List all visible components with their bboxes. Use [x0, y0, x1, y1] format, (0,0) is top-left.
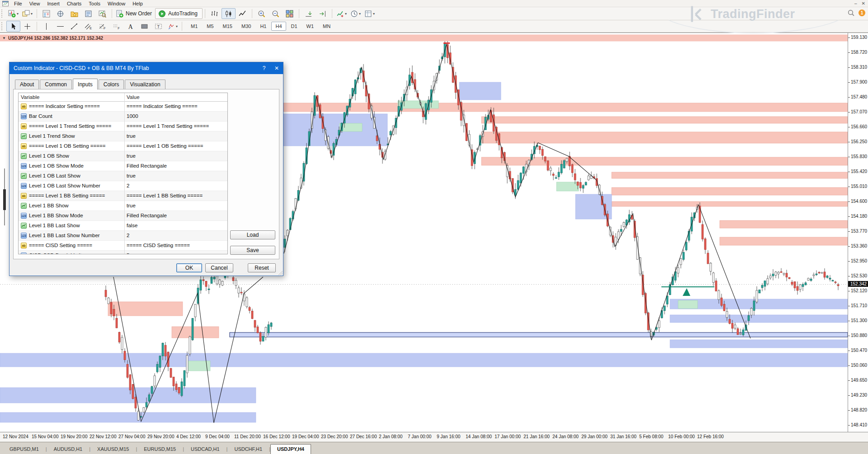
param-row[interactable]: ab===== Level 1 OB Setting ========== Le…: [19, 141, 227, 151]
load-button[interactable]: Load: [230, 230, 275, 239]
dialog-titlebar[interactable]: Custom Indicator - CISD-CSD + OB & BB MT…: [9, 62, 283, 74]
cursor-button[interactable]: [6, 21, 20, 32]
market-watch-button[interactable]: [39, 8, 53, 19]
dialog-tab-visualization[interactable]: Visualization: [125, 80, 165, 89]
save-button[interactable]: Save: [230, 246, 275, 255]
new-order-button[interactable]: New Order: [114, 8, 155, 19]
dropdown-caret-icon[interactable]: ▾: [373, 12, 375, 16]
param-row[interactable]: 123Level 1 BB Show ModeFilled Rectangale: [19, 211, 227, 221]
chart-shift-button[interactable]: [316, 8, 330, 19]
chart-menu-caret-icon[interactable]: ▼: [2, 36, 6, 40]
dialog-close-button[interactable]: ✕: [270, 62, 283, 74]
param-value-cell[interactable]: ===== Indicator Setting =====: [124, 102, 227, 111]
param-value-cell[interactable]: 2: [124, 181, 227, 191]
param-row[interactable]: 123Level 1 OB Show ModeFilled Rectangale: [19, 161, 227, 171]
dropdown-caret-icon[interactable]: ▾: [345, 12, 347, 16]
param-row[interactable]: 123Level 1 BB Last Show Number2: [19, 231, 227, 241]
param-row[interactable]: Level 1 BB Showtrue: [19, 201, 227, 211]
close-button[interactable]: ✕: [862, 1, 865, 6]
menu-charts[interactable]: Charts: [63, 0, 85, 7]
param-row[interactable]: Level 1 OB Showtrue: [19, 151, 227, 161]
autotrading-button[interactable]: AutoTrading: [155, 8, 203, 19]
symbol-tab-usdcad-h1[interactable]: USDCAD,H1: [184, 444, 226, 454]
symbol-tab-usdjpy-h4[interactable]: USDJPY,H4: [270, 444, 311, 454]
timeframe-d1[interactable]: D1: [287, 22, 302, 31]
profiles-button[interactable]: ▾: [20, 8, 34, 19]
dropdown-caret-icon[interactable]: ▾: [31, 12, 33, 16]
param-value-cell[interactable]: ===== Level 1 OB Setting =====: [124, 141, 227, 151]
menu-view[interactable]: View: [26, 0, 44, 7]
zoom-in-button[interactable]: [255, 8, 269, 19]
strategy-tester-button[interactable]: [95, 8, 109, 19]
symbol-tab-eurusd-m15[interactable]: EURUSD,M15: [137, 444, 183, 454]
dialog-resize-grip[interactable]: [277, 269, 283, 275]
param-value-cell[interactable]: true: [124, 131, 227, 141]
param-value-cell[interactable]: 2: [124, 231, 227, 240]
text-button[interactable]: A: [123, 21, 137, 32]
time-axis[interactable]: 12 Nov 202415 Nov 04:0019 Nov 20:0022 No…: [0, 432, 868, 442]
notification-badge[interactable]: 1: [859, 9, 865, 16]
timeframe-m1[interactable]: M1: [187, 22, 202, 31]
param-row[interactable]: Level 1 Trend Showtrue: [19, 131, 227, 141]
param-row[interactable]: ab===== CISD Setting ========== CISD Set…: [19, 241, 227, 251]
symbol-tab-xauusd-m15[interactable]: XAUUSD,M15: [90, 444, 136, 454]
param-value-cell[interactable]: true: [124, 201, 227, 211]
param-value-cell[interactable]: ===== CISD Setting =====: [124, 241, 227, 250]
param-value-cell[interactable]: Filled Rectangale: [124, 161, 227, 171]
templates-button[interactable]: ▾: [363, 8, 377, 19]
dropdown-caret-icon[interactable]: ▾: [359, 12, 361, 16]
search-icon[interactable]: [847, 9, 855, 17]
indicators-button[interactable]: ▾: [335, 8, 349, 19]
param-value-cell[interactable]: 5: [124, 251, 227, 254]
param-row[interactable]: Level 1 OB Last Showtrue: [19, 171, 227, 181]
tile-windows-button[interactable]: [283, 8, 297, 19]
cancel-button[interactable]: Cancel: [205, 263, 233, 272]
fibo-channel-button[interactable]: F: [109, 21, 123, 32]
reset-button[interactable]: Reset: [248, 263, 276, 272]
param-value-cell[interactable]: 1000: [124, 112, 227, 121]
ok-button[interactable]: OK: [176, 263, 202, 272]
param-value-cell[interactable]: ===== Level 1 BB Setting =====: [124, 191, 227, 201]
menu-window[interactable]: Window: [104, 0, 129, 7]
dialog-help-button[interactable]: ?: [258, 62, 270, 74]
param-value-cell[interactable]: true: [124, 151, 227, 161]
param-row[interactable]: ab===== Indicator Setting ========== Ind…: [19, 102, 227, 112]
minimize-button[interactable]: –: [854, 1, 857, 6]
equidistant-channel-button[interactable]: E: [81, 21, 95, 32]
param-row[interactable]: Level 1 BB Last Showfalse: [19, 221, 227, 231]
dialog-tab-about[interactable]: About: [15, 80, 39, 89]
new-chart-button[interactable]: ▾: [6, 8, 20, 19]
text-label-button[interactable]: T: [151, 21, 165, 32]
auto-scroll-button[interactable]: [302, 8, 316, 19]
param-value-cell[interactable]: true: [124, 171, 227, 181]
chart-line-button[interactable]: [236, 8, 250, 19]
vertical-line-button[interactable]: [39, 21, 53, 32]
horizontal-line-button[interactable]: [53, 21, 67, 32]
zoom-out-button[interactable]: [269, 8, 283, 19]
navigator-button[interactable]: [67, 8, 81, 19]
param-row[interactable]: 123CISD-CSD Break Limit5: [19, 251, 227, 254]
crosshair-button[interactable]: [20, 21, 34, 32]
menu-tools[interactable]: Tools: [85, 0, 104, 7]
symbol-tab-usdchf-h1[interactable]: USDCHF,H1: [227, 444, 269, 454]
dropdown-caret-icon[interactable]: ▾: [17, 12, 19, 16]
timeframe-m5[interactable]: M5: [203, 22, 217, 31]
dialog-tab-common[interactable]: Common: [40, 80, 72, 89]
periods-button[interactable]: ▾: [349, 8, 363, 19]
timeframe-w1[interactable]: W1: [302, 22, 318, 31]
symbol-tab-gbpusd-m1[interactable]: GBPUSD,M1: [3, 444, 46, 454]
fibonacci-button[interactable]: F: [95, 21, 109, 32]
param-row[interactable]: 123Bar Count1000: [19, 112, 227, 122]
price-axis[interactable]: 159.130158.720158.310157.900157.480157.0…: [848, 33, 868, 432]
dropdown-caret-icon[interactable]: ▾: [176, 24, 178, 28]
param-row[interactable]: 123Level 1 OB Last Show Number2: [19, 181, 227, 191]
rectangle-button[interactable]: [137, 21, 151, 32]
timeframe-h1[interactable]: H1: [256, 22, 270, 31]
terminal-button[interactable]: [81, 8, 95, 19]
menu-help[interactable]: Help: [129, 0, 146, 7]
param-row[interactable]: ab===== Level 1 Trend Setting ==========…: [19, 122, 227, 131]
param-value-cell[interactable]: ===== Level 1 Trend Setting =====: [124, 122, 227, 131]
param-value-cell[interactable]: Filled Rectangale: [124, 211, 227, 220]
menu-insert[interactable]: Insert: [43, 0, 63, 7]
data-window-button[interactable]: [53, 8, 67, 19]
